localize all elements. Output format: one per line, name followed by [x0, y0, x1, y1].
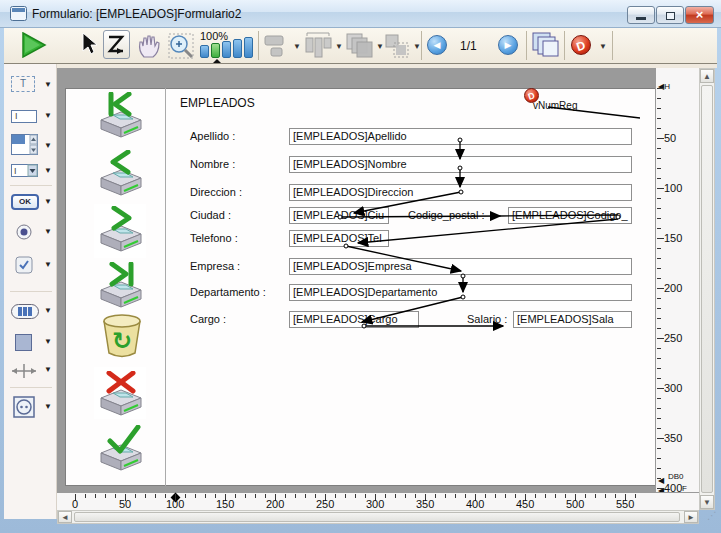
ruler-tick [155, 494, 156, 498]
form-pages-button[interactable] [532, 32, 560, 59]
vertical-scroll-thumb[interactable] [701, 85, 713, 493]
rectangle-tool-dropdown[interactable]: ▼ [44, 337, 52, 346]
horizontal-scrollbar[interactable]: ◄ ► [57, 510, 699, 524]
badge-glyph: D [569, 34, 592, 59]
ruler-tick [355, 494, 356, 498]
ruler-tick [657, 248, 661, 249]
ruler-tick [657, 458, 661, 459]
input-field-tool[interactable]: I [11, 110, 37, 123]
ruler-tick [305, 494, 306, 498]
last-record-button[interactable] [98, 262, 144, 310]
hruler-number: 500 [566, 498, 584, 510]
rectangle-tool[interactable] [15, 334, 32, 351]
maximize-button[interactable] [656, 6, 684, 24]
ruler-tick [657, 468, 661, 469]
group-tool-button[interactable] [385, 34, 411, 58]
field-input-telefono[interactable]: [EMPLEADOS]Tel [289, 230, 389, 247]
static-text-tool[interactable]: T [11, 76, 35, 92]
ruler-tick [657, 318, 661, 319]
data-entry-order-tool-button[interactable] [103, 30, 130, 59]
combobox-tool[interactable]: I [11, 164, 39, 178]
button-grid-dropdown[interactable]: ▼ [44, 306, 52, 315]
align-dropdown-arrow[interactable]: ▼ [293, 42, 301, 51]
button-tool-dropdown[interactable]: ▼ [44, 197, 52, 206]
hand-tool-button[interactable] [136, 33, 162, 59]
button-tool[interactable]: OK [11, 194, 39, 210]
next-record-button[interactable] [98, 206, 144, 254]
form-table-title[interactable]: EMPLEADOS [180, 96, 255, 110]
header-marker[interactable]: ◀H [658, 82, 670, 91]
resize-grip[interactable]: ⋰ [707, 510, 719, 522]
horizontal-ruler[interactable]: 050100150200250300350400450500550 [57, 492, 699, 510]
numreg-variable[interactable]: vNumReg [533, 100, 577, 111]
field-input-departamento[interactable]: [EMPLEADOS]Departamento [289, 284, 632, 301]
selection-tool-button[interactable] [80, 33, 98, 57]
input-tool-dropdown[interactable]: ▼ [44, 111, 52, 120]
field-input-apellido[interactable]: [EMPLEADOS]Apellido [289, 128, 632, 145]
zoom-bar-1[interactable] [200, 45, 209, 58]
align-tool-button[interactable] [264, 34, 290, 58]
field-label: Departamento : [190, 284, 266, 301]
group-dropdown-arrow[interactable]: ▼ [413, 42, 421, 51]
field-input-codigo-postal[interactable]: [EMPLEADOS]Codigo_ [508, 207, 632, 224]
plugin-area-tool[interactable] [13, 396, 35, 418]
ruler-tick [395, 494, 396, 498]
ruler-tick [657, 308, 661, 309]
radio-tool-dropdown[interactable]: ▼ [44, 227, 52, 236]
field-label: Salario : [467, 311, 507, 328]
field-input-ciudad[interactable]: [EMPLEADOS]Ciu [289, 207, 389, 224]
zoom-bar-2-current[interactable] [211, 43, 220, 58]
vertical-scrollbar[interactable]: ▲ ▼ [699, 68, 715, 510]
zoom-bar-3[interactable] [222, 41, 231, 58]
hruler-number: 150 [216, 498, 234, 510]
scroll-down-button[interactable]: ▼ [700, 495, 714, 509]
field-input-nombre[interactable]: [EMPLEADOS]Nombre [289, 156, 632, 173]
next-page-button[interactable]: ▶ [498, 35, 518, 55]
button-grid-tool[interactable] [11, 304, 39, 319]
detail-break-label: DB0 [668, 472, 684, 481]
field-input-cargo[interactable]: [EMPLEADOS]Cargo [289, 311, 419, 328]
level-dropdown-arrow[interactable]: ▼ [376, 42, 384, 51]
delete-record-button[interactable]: ↻ [100, 313, 144, 361]
zoom-bar-5[interactable] [244, 37, 253, 58]
field-input-salario[interactable]: [EMPLEADOS]Sala [513, 311, 632, 328]
scroll-right-button[interactable]: ► [684, 511, 698, 523]
accept-button[interactable] [98, 425, 144, 473]
previous-page-button[interactable]: ◀ [427, 35, 447, 55]
zoom-tool-button[interactable] [167, 32, 195, 60]
scroll-left-button[interactable]: ◄ [58, 511, 72, 523]
zoom-bar-4[interactable] [233, 39, 242, 58]
checkbox-tool-dropdown[interactable]: ▼ [44, 260, 52, 269]
scroll-up-button[interactable]: ▲ [700, 69, 714, 83]
first-record-button[interactable] [98, 92, 144, 140]
ruler-tick [385, 494, 386, 498]
field-input-direccion[interactable]: [EMPLEADOS]Direccion [289, 184, 632, 201]
text-tool-dropdown[interactable]: ▼ [44, 80, 52, 89]
vertical-ruler[interactable]: ◀H ◀ DB0 ◀ F 50100150200250300350400 [655, 68, 699, 510]
ruler-tick [495, 494, 496, 498]
plugin-tool-dropdown[interactable]: ▼ [44, 402, 52, 411]
minimize-button[interactable] [627, 6, 655, 24]
badge-dropdown-arrow[interactable]: ▼ [599, 42, 607, 51]
distribute-dropdown-arrow[interactable]: ▼ [335, 42, 343, 51]
field-input-empresa[interactable]: [EMPLEADOS]Empresa [289, 258, 632, 275]
ruler-tick [345, 494, 346, 498]
checkbox-tool[interactable] [15, 256, 33, 274]
radio-button-tool[interactable] [16, 224, 32, 240]
close-button[interactable]: × [685, 6, 714, 24]
level-tool-button[interactable] [345, 32, 373, 59]
horizontal-scroll-thumb[interactable] [74, 512, 680, 522]
title-bar[interactable]: Formulario: [EMPLEADOS]Formulario2 × [0, 0, 721, 28]
combobox-tool-dropdown[interactable]: ▼ [44, 166, 52, 175]
previous-record-button[interactable] [98, 150, 144, 198]
execution-badge-button[interactable]: D [571, 35, 591, 55]
listbox-tool-dropdown[interactable]: ▼ [44, 141, 52, 150]
listbox-tool[interactable] [11, 134, 39, 156]
splitter-tool-dropdown[interactable]: ▼ [44, 365, 52, 374]
cancel-button[interactable] [98, 371, 144, 417]
ruler-tick [657, 428, 661, 429]
execute-form-button[interactable] [20, 32, 47, 58]
ruler-tick [595, 494, 596, 498]
distribute-tool-button[interactable] [304, 32, 332, 59]
splitter-tool[interactable] [12, 363, 36, 379]
